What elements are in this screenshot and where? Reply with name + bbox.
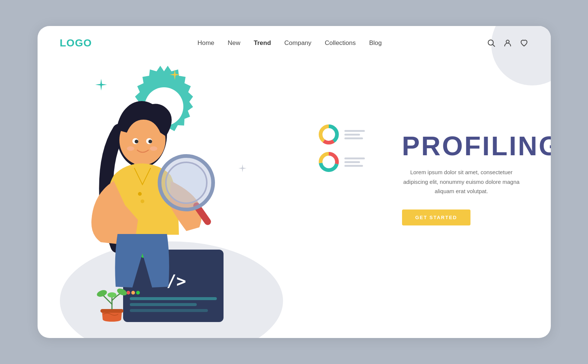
svg-point-16 [138,192,142,196]
sparkle-yellow-icon [170,69,180,80]
navbar: LOGO Home New Trend Company Collections … [38,26,551,49]
chart-lines-2 [344,157,365,167]
sparkle-gray-icon [238,164,247,172]
plant-decoration [95,284,129,325]
chart-line [344,130,365,132]
donut-chart-2 [318,151,365,173]
svg-point-15 [150,146,157,151]
nav-company[interactable]: Company [285,39,312,47]
page-description: Lorem ipsum dolor sit amet, consectetuer… [402,168,521,196]
user-icon[interactable] [504,39,512,47]
donut-chart-1 [318,123,365,146]
nav-actions [487,39,528,47]
character-illustration [60,79,238,331]
logo: LOGO [60,37,92,49]
svg-point-2 [506,40,509,43]
page-heading: PROFILING [402,133,551,159]
svg-point-41 [96,289,108,298]
svg-point-20 [166,162,207,203]
chart-line [344,134,360,136]
svg-point-43 [107,292,116,298]
nav-links: Home New Trend Company Collections Blog [197,39,382,47]
chart-line [344,161,360,163]
nav-new[interactable]: New [228,39,240,47]
svg-point-17 [141,199,144,203]
illustration-area: </> [38,49,395,331]
nav-blog[interactable]: Blog [369,39,382,47]
cta-button[interactable]: GET STARTED [402,209,471,225]
chart-line [344,137,363,139]
nav-home[interactable]: Home [197,39,214,47]
chart-line [344,157,365,159]
nav-collections[interactable]: Collections [325,39,356,47]
svg-point-14 [127,146,134,151]
svg-point-13 [148,140,152,143]
text-area: PROFILING Lorem ipsum dolor sit amet, co… [395,49,551,331]
nav-trend[interactable]: Trend [254,39,271,47]
chart-lines-1 [344,130,365,139]
main-card: LOGO Home New Trend Company Collections … [38,26,551,338]
main-content: </> [38,49,551,331]
search-icon[interactable] [487,39,495,47]
svg-marker-5 [170,69,180,80]
svg-line-1 [493,45,495,46]
heart-icon[interactable] [520,39,528,47]
chart-line [344,165,363,167]
charts-area [318,123,365,175]
svg-point-12 [135,140,138,143]
svg-marker-6 [238,164,247,172]
